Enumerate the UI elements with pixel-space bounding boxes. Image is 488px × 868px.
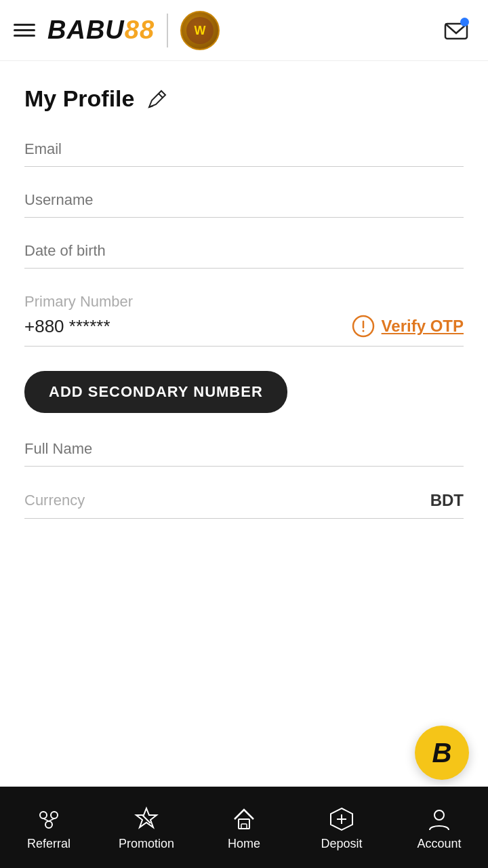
svg-point-20 xyxy=(434,810,444,820)
page-title: My Profile xyxy=(24,85,134,112)
float-b-label: B xyxy=(432,738,452,768)
header: BABU88 W xyxy=(0,0,488,61)
nav-label-referral: Referral xyxy=(27,837,70,851)
svg-marker-13 xyxy=(136,808,157,827)
verify-otp-button[interactable]: Verify OTP xyxy=(352,315,464,338)
home-icon xyxy=(229,804,259,834)
username-field xyxy=(24,191,464,218)
svg-rect-16 xyxy=(241,824,247,829)
primary-number-value: +880 ****** xyxy=(24,316,110,337)
nav-item-promotion[interactable]: Promotion xyxy=(98,804,195,851)
email-field xyxy=(24,140,464,167)
svg-point-7 xyxy=(362,330,364,332)
profile-content: My Profile Primary Number +880 ****** xyxy=(0,61,488,679)
svg-line-12 xyxy=(49,818,54,821)
full-name-input[interactable] xyxy=(24,440,464,458)
nav-label-deposit: Deposit xyxy=(321,837,362,851)
nav-label-account: Account xyxy=(417,837,461,851)
email-input[interactable] xyxy=(24,140,464,158)
primary-number-section: Primary Number +880 ****** Verify OTP xyxy=(24,293,464,347)
verify-otp-label: Verify OTP xyxy=(382,317,464,336)
currency-field: Currency BDT xyxy=(24,491,464,519)
svg-point-9 xyxy=(51,812,58,818)
hamburger-icon[interactable] xyxy=(14,24,35,37)
logo-text: BABU88 xyxy=(47,16,155,45)
username-input[interactable] xyxy=(24,191,464,209)
nav-label-home: Home xyxy=(228,837,260,851)
edit-icon[interactable] xyxy=(146,88,168,110)
logo-divider xyxy=(167,14,168,47)
currency-value: BDT xyxy=(430,491,464,510)
nav-item-deposit[interactable]: Deposit xyxy=(293,804,390,851)
nav-label-promotion: Promotion xyxy=(119,837,174,851)
mail-notification-dot xyxy=(460,18,469,26)
bottom-navigation: Referral Promotion Home xyxy=(0,787,488,868)
float-b-button[interactable]: B xyxy=(415,726,469,780)
page-title-row: My Profile xyxy=(24,85,464,112)
full-name-field xyxy=(24,440,464,467)
nav-item-account[interactable]: Account xyxy=(390,804,488,851)
add-secondary-number-button[interactable]: ADD SECONDARY NUMBER xyxy=(24,371,287,413)
warning-circle-icon xyxy=(352,315,375,338)
dob-input[interactable] xyxy=(24,242,464,260)
svg-line-11 xyxy=(43,818,49,821)
nav-item-referral[interactable]: Referral xyxy=(0,804,98,851)
currency-label: Currency xyxy=(24,492,85,509)
svg-point-8 xyxy=(40,812,47,818)
header-left: BABU88 W xyxy=(14,11,220,50)
primary-number-row: +880 ****** Verify OTP xyxy=(24,315,464,347)
account-icon xyxy=(424,804,454,834)
svg-point-10 xyxy=(45,821,52,828)
logo-badge: W xyxy=(180,11,220,50)
header-logo: BABU88 W xyxy=(47,11,220,50)
deposit-icon xyxy=(327,804,357,834)
svg-line-3 xyxy=(159,94,163,98)
nav-item-home[interactable]: Home xyxy=(195,804,293,851)
mail-button[interactable] xyxy=(438,12,474,49)
primary-number-label: Primary Number xyxy=(24,293,464,311)
promotion-icon xyxy=(131,804,161,834)
referral-icon xyxy=(34,804,64,834)
svg-text:W: W xyxy=(195,24,206,37)
dob-field xyxy=(24,242,464,269)
